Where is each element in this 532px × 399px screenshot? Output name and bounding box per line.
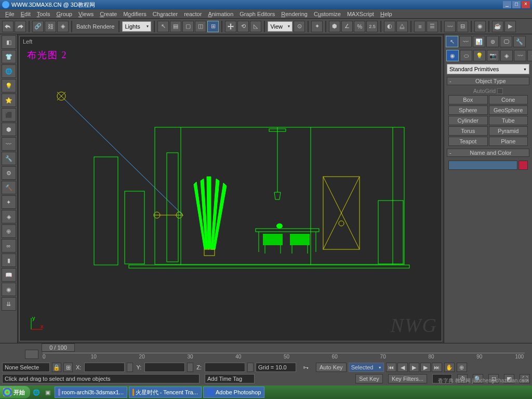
bind-button[interactable]: ◈ <box>57 21 69 32</box>
cat-lights-icon[interactable]: 💡 <box>473 50 486 61</box>
menu-create[interactable]: Create <box>97 11 120 17</box>
goto-start-button[interactable]: ⏮ <box>386 363 396 372</box>
autogrid-checkbox[interactable] <box>497 88 503 94</box>
x-spinner[interactable] <box>127 363 133 372</box>
timetag-field[interactable]: Add Time Tag <box>205 374 255 383</box>
tab-util9-icon[interactable]: ▮ <box>2 254 16 267</box>
time-ruler[interactable]: 0 10 20 30 40 50 60 70 80 90 100 <box>43 353 525 361</box>
rollout-objecttype[interactable]: -Object Type <box>447 77 529 85</box>
select-button[interactable]: ↖ <box>157 21 169 32</box>
cat-shapes-icon[interactable]: ⬭ <box>460 50 472 61</box>
menu-help[interactable]: Help <box>377 11 395 17</box>
tab-util1-icon[interactable]: 〰 <box>2 137 16 151</box>
btn-pyramid[interactable]: Pyramid <box>489 126 528 136</box>
keyfilters-button[interactable]: Key Filters... <box>388 374 427 383</box>
btn-geosphere[interactable]: GeoSphere <box>489 105 528 115</box>
cat-geometry-icon[interactable]: ◉ <box>446 50 459 61</box>
tab-util3-icon[interactable]: ⚙ <box>2 166 16 180</box>
align-button[interactable]: ≡ <box>414 21 425 32</box>
tab-util10-icon[interactable]: 📖 <box>2 268 16 282</box>
key-icon[interactable]: 🗝 <box>298 364 314 370</box>
undo-button[interactable] <box>2 21 14 32</box>
task-item-3[interactable]: Adobe Photoshop <box>203 387 264 398</box>
menu-maxscript[interactable]: MAXScript <box>344 11 377 17</box>
y-spinner[interactable] <box>187 363 193 372</box>
viewport-left[interactable]: Left 布光图 2 <box>19 36 442 341</box>
menu-grapheditors[interactable]: Graph Editors <box>236 11 278 17</box>
abs-rel-button[interactable]: ⊞ <box>63 363 73 372</box>
layers-button[interactable]: ☰ <box>427 21 438 32</box>
curve-editor-button[interactable]: 〰 <box>444 21 456 32</box>
goto-end-button[interactable]: ⏭ <box>432 363 442 372</box>
btn-tube[interactable]: Tube <box>489 116 528 125</box>
tab-hierarchy-icon[interactable]: 📊 <box>473 36 485 47</box>
object-name-field[interactable] <box>448 161 517 170</box>
x-field[interactable] <box>84 363 125 372</box>
spinner-snap-button[interactable]: 2.5 <box>366 21 378 32</box>
y-field[interactable] <box>144 363 185 372</box>
tab-create-icon[interactable]: ↖ <box>446 36 458 47</box>
close-button[interactable]: × <box>522 1 530 8</box>
tab-motion-icon[interactable]: ⊚ <box>486 36 499 47</box>
next-frame-button[interactable]: ▶ <box>420 363 431 372</box>
menu-tools[interactable]: Tools <box>34 11 54 17</box>
named-sel-button[interactable]: ◐ <box>384 21 395 32</box>
selection-filter-dropdown[interactable]: Lights <box>122 21 151 32</box>
timeline[interactable]: 0 / 100 0 10 20 30 40 50 60 70 80 90 100 <box>0 343 532 361</box>
tab-util6-icon[interactable]: ◈ <box>2 210 16 223</box>
tab-util7-icon[interactable]: ⊕ <box>2 224 16 238</box>
material-button[interactable]: ◉ <box>474 21 486 32</box>
tab-shapes-icon[interactable]: 👕 <box>2 50 16 63</box>
move-button[interactable] <box>225 21 236 32</box>
select-name-button[interactable]: ▤ <box>170 21 181 32</box>
tab-utilities-icon[interactable]: 🔧 <box>513 36 526 47</box>
select-manipulate-button[interactable]: ✦ <box>311 21 323 32</box>
start-button[interactable]: 开始 <box>0 386 30 398</box>
maximize-button[interactable]: □ <box>512 1 521 8</box>
tab-modify-icon[interactable]: 〰 <box>459 36 472 47</box>
mirror-button[interactable]: ⧋ <box>396 21 408 32</box>
schematic-button[interactable]: ⊟ <box>457 21 468 32</box>
window-crossing-button[interactable]: ◫ <box>195 21 206 32</box>
nav-arc-button[interactable]: ⊕ <box>457 363 467 372</box>
tab-lights-icon[interactable]: 💡 <box>2 79 16 92</box>
menu-customize[interactable]: Customize <box>311 11 344 17</box>
select-rect-button[interactable]: ▢ <box>182 21 194 32</box>
tab-nurbs-icon[interactable]: ⬛ <box>2 108 16 122</box>
tab-display-icon[interactable]: 🖵 <box>500 36 512 47</box>
pivot-button[interactable]: ⊙ <box>294 21 305 32</box>
btn-box[interactable]: Box <box>448 95 488 104</box>
menu-animation[interactable]: Animation <box>205 11 236 17</box>
time-slider[interactable]: 0 / 100 <box>42 343 75 352</box>
btn-cone[interactable]: Cone <box>489 95 528 104</box>
tab-util2-icon[interactable]: 🔧 <box>2 152 16 165</box>
menu-modifiers[interactable]: Modifiers <box>120 11 150 17</box>
btn-cylinder[interactable]: Cylinder <box>448 116 488 125</box>
tab-util5-icon[interactable]: ✦ <box>2 195 16 209</box>
menu-reactor[interactable]: reactor <box>181 11 205 17</box>
task-item-2[interactable]: 火星时代 - Tencent Tra... <box>129 387 202 398</box>
lock-selection-button[interactable]: 🔒 <box>52 363 61 372</box>
autokey-button[interactable]: Auto Key <box>316 363 347 372</box>
menu-group[interactable]: Group <box>53 11 75 17</box>
unlink-button[interactable]: ⛓ <box>45 21 56 32</box>
tab-util4-icon[interactable]: 🔨 <box>2 181 16 194</box>
btn-teapot[interactable]: Teapot <box>448 137 488 146</box>
nav-pan-button[interactable]: ✋ <box>444 363 455 372</box>
tab-dynamics-icon[interactable]: ⬢ <box>2 123 16 136</box>
cat-systems-icon[interactable]: ✳ <box>527 50 532 61</box>
menu-file[interactable]: File <box>2 11 18 17</box>
scale-button[interactable]: ◺ <box>250 21 261 32</box>
minimize-button[interactable]: _ <box>503 1 511 8</box>
redo-button[interactable] <box>15 21 26 32</box>
ql-item-1[interactable]: 🌐 <box>31 387 42 397</box>
setkey-button[interactable]: Set Key <box>355 374 383 383</box>
cat-helpers-icon[interactable]: ◈ <box>500 50 513 61</box>
link-button[interactable]: 🔗 <box>32 21 44 32</box>
menu-rendering[interactable]: Rendering <box>278 11 311 17</box>
prev-frame-button[interactable]: ◀ <box>397 363 408 372</box>
btn-torus[interactable]: Torus <box>448 126 488 136</box>
select-region-button[interactable]: ⊞ <box>207 21 219 32</box>
z-spinner[interactable] <box>247 363 254 372</box>
quick-render-button[interactable]: ▶ <box>504 21 516 32</box>
